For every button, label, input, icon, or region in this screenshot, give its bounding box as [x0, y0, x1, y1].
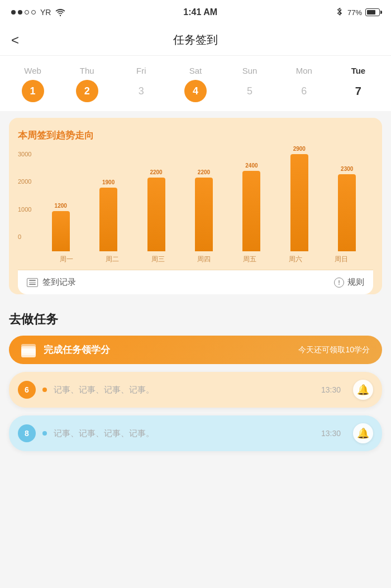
day-num: 3	[130, 80, 152, 102]
signal-dot-2	[18, 10, 22, 15]
list-icon	[27, 278, 38, 287]
day-label: Tue	[351, 66, 366, 75]
battery-icon	[365, 8, 380, 16]
task-list-item[interactable]: 8记事、记事、记事、记事。13:30🔔	[9, 415, 382, 451]
task-list-item[interactable]: 6记事、记事、记事、记事。13:30🔔	[9, 372, 382, 408]
bar-value-label: 2200	[198, 169, 210, 175]
bar-value-label: 2400	[245, 162, 258, 169]
task-dot	[42, 431, 47, 436]
x-axis-label: 周二	[89, 255, 135, 264]
page-title: 任务签到	[173, 32, 218, 47]
chart-area: 3000200010000 12001900220022002400290023…	[18, 151, 373, 251]
bluetooth-icon	[335, 8, 344, 17]
bar-col: 2400	[228, 162, 275, 251]
chart-section: 本周签到趋势走向 3000200010000 12001900220022002…	[9, 118, 382, 294]
bar-value-label: 2200	[150, 169, 162, 175]
main-task-left: 完成任务领学分	[21, 343, 110, 356]
day-num: 1	[22, 80, 44, 102]
day-col-sun[interactable]: Sun5	[227, 66, 272, 102]
bar-value-label: 2300	[341, 166, 353, 172]
status-time: 1:41 AM	[183, 7, 217, 17]
day-num: 5	[239, 80, 261, 102]
day-label: Thu	[80, 66, 94, 75]
bar-col: 1900	[84, 179, 132, 251]
bell-icon: 🔔	[357, 384, 369, 396]
day-label: Sat	[189, 66, 202, 75]
task-dot	[42, 388, 47, 392]
bell-icon: 🔔	[357, 427, 369, 439]
task-content-text: 记事、记事、记事、记事。	[54, 428, 314, 439]
wifi-icon	[55, 8, 65, 16]
rules-label: 规则	[347, 277, 364, 288]
tasks-section-title: 去做任务	[9, 311, 382, 328]
bar-col: 2200	[180, 169, 227, 251]
stack-icon	[21, 344, 37, 356]
chart-bars: 1200190022002200240029002300	[20, 151, 371, 251]
bar-value-label: 1900	[102, 179, 115, 185]
day-col-tue[interactable]: Tue7	[336, 66, 380, 102]
day-col-mon[interactable]: Mon6	[282, 66, 326, 102]
day-label: Fri	[136, 66, 146, 75]
bar-rect	[99, 188, 117, 251]
chart-footer: 签到记录 ! 规则	[18, 270, 373, 294]
bar-rect	[338, 174, 356, 251]
status-bar: YR 1:41 AM 77%	[0, 0, 391, 25]
y-axis-label: 2000	[18, 178, 31, 185]
day-num: 7	[347, 80, 369, 102]
y-axis-label: 1000	[18, 206, 31, 213]
bar-col: 1200	[37, 203, 84, 251]
signal-dot-3	[25, 10, 29, 15]
main-task-reward: 今天还可领取10学分	[298, 345, 370, 355]
carrier-signal: YR	[11, 8, 65, 17]
day-label: Sun	[242, 66, 258, 75]
battery-percent: 77%	[347, 8, 362, 17]
x-axis-labels: 周一周二周三周四周五周六周日	[18, 251, 373, 270]
bar-col: 2900	[275, 146, 323, 251]
signal-dot-1	[11, 10, 16, 15]
x-axis-label: 周三	[135, 255, 181, 264]
y-axis-label: 0	[18, 233, 31, 240]
y-axis: 3000200010000	[18, 151, 31, 240]
bar-value-label: 1200	[55, 203, 67, 209]
x-axis-label: 周四	[181, 255, 227, 264]
day-col-fri[interactable]: Fri3	[119, 66, 164, 102]
info-icon: !	[334, 278, 344, 288]
bar-col: 2300	[323, 166, 371, 251]
main-task-name: 完成任务领学分	[44, 343, 110, 356]
task-time: 13:30	[321, 429, 341, 438]
signal-dot-4	[31, 10, 36, 15]
status-right-area: 77%	[335, 8, 380, 17]
task-number: 8	[18, 424, 36, 442]
bell-button[interactable]: 🔔	[353, 423, 373, 443]
tasks-section: 去做任务 完成任务领学分 今天还可领取10学分 6记事、记事、记事、记事。13:…	[0, 301, 391, 465]
day-label: Mon	[296, 66, 312, 75]
chart-title: 本周签到趋势走向	[18, 129, 373, 142]
bar-value-label: 2900	[293, 146, 306, 152]
rules-link[interactable]: ! 规则	[334, 277, 364, 288]
y-axis-label: 3000	[18, 151, 31, 157]
day-col-web[interactable]: Web1	[11, 66, 55, 102]
bar-rect	[52, 211, 70, 251]
day-num: 2	[76, 80, 98, 102]
bar-rect	[290, 154, 308, 251]
checkin-record-link[interactable]: 签到记录	[27, 277, 76, 288]
task-number: 6	[18, 381, 36, 399]
checkin-record-label: 签到记录	[42, 277, 76, 288]
bell-button[interactable]: 🔔	[353, 380, 373, 400]
main-task-button[interactable]: 完成任务领学分 今天还可领取10学分	[9, 336, 382, 364]
day-col-thu[interactable]: Thu2	[65, 66, 109, 102]
day-num: 4	[184, 80, 207, 102]
bar-rect	[147, 178, 165, 251]
bar-rect	[195, 178, 213, 251]
day-num: 6	[293, 80, 315, 102]
x-axis-label: 周日	[318, 255, 364, 264]
day-label: Web	[24, 66, 41, 75]
bar-rect	[242, 171, 260, 251]
task-content-text: 记事、记事、记事、记事。	[54, 385, 314, 395]
nav-bar: < 任务签到	[0, 25, 391, 56]
x-axis-label: 周五	[227, 255, 273, 264]
calendar-week: Web1Thu2Fri3Sat4Sun5Mon6Tue7	[0, 56, 391, 111]
day-col-sat[interactable]: Sat4	[173, 66, 218, 102]
back-button[interactable]: <	[11, 32, 19, 48]
x-axis-label: 周六	[273, 255, 318, 264]
